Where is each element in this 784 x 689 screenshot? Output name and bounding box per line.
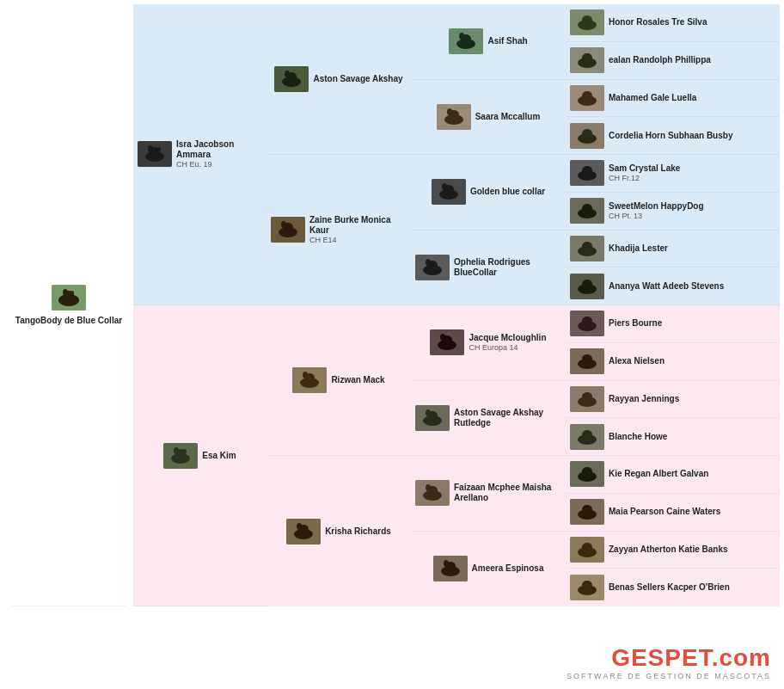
svg-point-101: [582, 467, 592, 476]
gen3-name-7: Ameera Espinosa: [472, 563, 544, 574]
gen0-node: TangoBody de Blue Collar: [11, 4, 126, 606]
gen1-node-1: Esa Kim: [133, 305, 266, 606]
gen2-thumb-2: [292, 367, 327, 393]
gen3-name-5: Aston Savage Akshay Rutledge: [454, 408, 561, 428]
gen0-name-block: TangoBody de Blue Collar: [15, 316, 122, 326]
gen1-name-1: Esa Kim: [202, 451, 236, 461]
gen4-node-8: Piers Bourne: [566, 305, 780, 343]
gen4-name-13: Maia Pearson Caine Waters: [609, 507, 720, 517]
gen2-thumb-3: [286, 519, 321, 544]
gen4-node-15: Benas Sellers Kacper O'Brien: [566, 569, 780, 606]
svg-point-58: [426, 484, 431, 491]
gen3-node-3: Ophelia Rodrigues BlueCollar: [411, 231, 566, 306]
gen4-node-11: Blanche Howe: [566, 418, 780, 456]
gen3-thumb-1: [437, 104, 471, 130]
svg-point-13: [174, 447, 179, 454]
gen3-thumb-0: [449, 28, 483, 54]
gen3-node-5: Aston Savage Akshay Rutledge: [411, 381, 566, 457]
gen4-thumb-11: [570, 424, 604, 450]
gen3-node-6: Faizaan Mcphee Maisha Arellano: [411, 456, 566, 532]
svg-point-62: [444, 560, 449, 567]
gen4-name-3: Cordelia Horn Subhaan Busby: [609, 131, 732, 141]
gen4-thumb-14: [570, 537, 604, 563]
gen3-node-4: Jacque Mcloughlin CH Europa 14: [411, 305, 566, 381]
gen4-node-5: SweetMelon HappyDog CH Pt. 13: [566, 193, 780, 231]
svg-point-74: [582, 129, 592, 138]
gen4-name-10: Rayyan Jennings: [609, 394, 679, 404]
gen4-thumb-6: [570, 236, 604, 261]
gen4-name-2: Mahamed Gale Luella: [609, 93, 696, 103]
svg-point-89: [582, 317, 592, 325]
svg-point-8: [148, 145, 153, 152]
gen3-sub-4: CH Europa 14: [469, 343, 546, 353]
gen4-thumb-1: [570, 47, 604, 73]
gen4-name-1: ealan Randolph Phillippa: [609, 55, 711, 65]
gen-1-col: Isra Jacobson Ammara CH Eu. 19: [133, 4, 266, 606]
svg-point-34: [459, 33, 464, 40]
gen4-node-4: Sam Crystal Lake CH Fr.12: [566, 155, 780, 193]
svg-point-18: [285, 71, 290, 77]
gen0-name: TangoBody de Blue Collar: [15, 316, 122, 326]
gen4-name-6: Khadija Lester: [609, 243, 668, 254]
gen4-thumb-10: [570, 386, 604, 412]
gen4-node-14: Zayyan Atherton Katie Banks: [566, 532, 780, 569]
gen-4-col: Honor Rosales Tre Silva ealan Randolph P…: [566, 4, 780, 606]
gen4-name-5: SweetMelon HappyDog: [609, 201, 704, 212]
gen4-node-6: Khadija Lester: [566, 231, 780, 268]
gen4-node-7: Ananya Watt Adeeb Stevens: [566, 268, 780, 305]
gen4-thumb-9: [570, 348, 604, 374]
gen4-thumb-15: [570, 575, 604, 600]
svg-point-71: [582, 91, 592, 100]
svg-point-26: [303, 372, 308, 378]
gen2-name-2: Rizwan Mack: [331, 375, 384, 385]
gen3-name-1: Saara Mccallum: [475, 112, 541, 122]
gen4-thumb-5: [570, 198, 604, 224]
gen4-thumb-0: [570, 9, 604, 35]
gen3-name-2: Golden blue collar: [470, 187, 545, 197]
gen4-name-11: Blanche Howe: [609, 432, 667, 442]
svg-point-42: [442, 183, 447, 190]
svg-point-104: [582, 505, 592, 514]
gen3-node-0: Asif Shah: [411, 4, 566, 80]
gen4-node-3: Cordelia Horn Subhaan Busby: [566, 117, 780, 155]
svg-point-86: [582, 280, 592, 288]
brand-text-gespet: GESPET: [611, 644, 711, 671]
gen2-node-1: Zaine Burke Monica Kaur CH E14: [266, 155, 411, 305]
gen4-name-4: Sam Crystal Lake: [609, 163, 680, 174]
gen4-name-15: Benas Sellers Kacper O'Brien: [609, 582, 730, 593]
branding: GESPET.com SOFTWARE DE GESTIÓN DE MASCOT…: [567, 644, 771, 680]
gen3-name-3: Ophelia Rodrigues BlueCollar: [454, 257, 561, 278]
gen2-sub-1: CH E14: [309, 236, 407, 245]
gen3-node-7: Ameera Espinosa: [411, 532, 566, 607]
gen-3-col: Asif Shah Saara Mccallum: [411, 4, 566, 606]
gen2-thumb-0: [274, 66, 309, 92]
gen4-name-12: Kie Regan Albert Galvan: [609, 469, 708, 479]
gen3-thumb-7: [433, 556, 468, 581]
gen4-thumb-8: [570, 311, 604, 336]
gen4-name-9: Alexa Nielsen: [609, 356, 665, 366]
gen1-name-0: Isra Jacobson Ammara: [176, 139, 262, 160]
svg-point-110: [582, 581, 592, 589]
gen4-name-0: Honor Rosales Tre Silva: [609, 17, 707, 28]
svg-point-14: [183, 449, 187, 454]
gen4-name-7: Ananya Watt Adeeb Stevens: [609, 281, 724, 292]
gen3-node-1: Saara Mccallum: [411, 80, 566, 156]
svg-point-3: [63, 289, 68, 296]
gen2-name-1: Zaine Burke Monica Kaur: [309, 215, 407, 236]
pedigree-tree: TangoBody de Blue Collar Isra Jacobso: [0, 0, 784, 611]
gen4-node-0: Honor Rosales Tre Silva: [566, 4, 780, 42]
gen4-name-14: Zayyan Atherton Katie Banks: [609, 544, 728, 555]
gen3-thumb-3: [415, 255, 450, 280]
gen4-node-12: Kie Regan Albert Galvan: [566, 456, 780, 494]
gen-0-col: TangoBody de Blue Collar: [4, 4, 133, 606]
gen4-thumb-2: [570, 85, 604, 111]
svg-point-98: [582, 430, 592, 439]
gen2-node-3: Krisha Richards: [266, 456, 411, 606]
svg-point-22: [281, 221, 286, 228]
gen4-name-8: Piers Bourne: [609, 318, 662, 329]
gen3-thumb-4: [430, 329, 464, 355]
brand-text-com: com: [719, 644, 771, 671]
svg-point-92: [582, 354, 592, 363]
gen3-node-2: Golden blue collar: [411, 155, 566, 231]
gen4-node-9: Alexa Nielsen: [566, 343, 780, 381]
